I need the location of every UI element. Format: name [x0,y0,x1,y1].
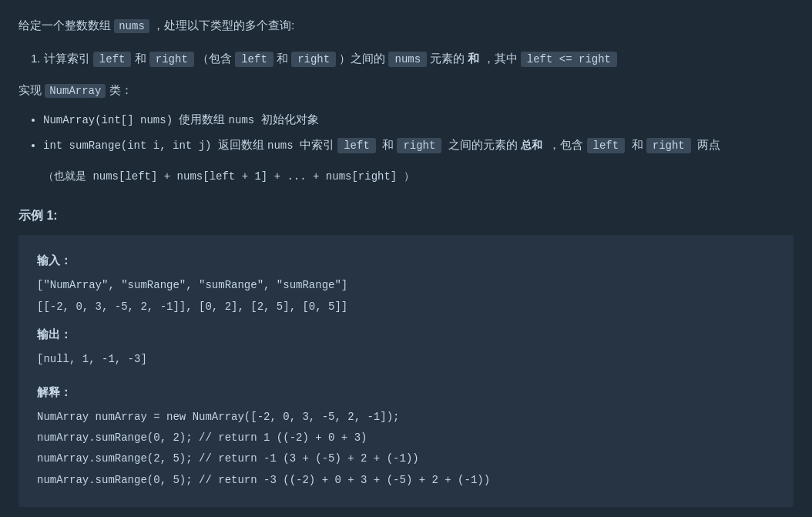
indent-formula-text: （也就是 nums[left] + nums[left + 1] + ... +… [43,170,414,183]
bullet2-text: 返回数组 [218,138,267,151]
query-right-code: right [149,52,194,67]
input-line-2: [[-2, 0, 3, -5, 2, -1]], [0, 2], [2, 5],… [37,297,775,317]
query-condition-code: left <= right [521,52,617,67]
implement-prefix: 实现 [18,83,42,96]
implement-class-code: NumArray [45,84,106,98]
query-right2-code: right [291,52,336,67]
example-section-title: 示例 1: [18,205,794,226]
bullet2-suffix: 之间的元素的 [448,138,521,151]
output-label: 输出： [37,324,775,344]
page-container: 给定一个整数数组 nums ，处理以下类型的多个查询: 1. 计算索引 left… [18,15,794,507]
implement-paragraph: 实现 NumArray 类： [18,80,794,101]
bullet2-comma: ，包含 [549,138,586,151]
intro-paragraph: 给定一个整数数组 nums ，处理以下类型的多个查询: [18,15,794,36]
bullet2-nums-inline: nums [267,139,294,152]
query-paren-close: ）之间的 [339,52,388,65]
output-line: [null, 1, -1, -3] [37,350,775,369]
bullet-item-constructor: NumArray(int[] nums) 使用数组 nums 初始化对象 [43,109,794,130]
query-item-1: 1. 计算索引 left 和 right （包含 left 和 right ）之… [31,49,794,69]
implement-suffix: 类： [109,83,133,96]
method-list: NumArray(int[] nums) 使用数组 nums 初始化对象 int… [43,109,794,156]
bullet2-code: int sumRange(int i, int j) [43,139,211,152]
bullet2-bold-sum: 总和 [521,139,542,151]
query-paren-open: （包含 [197,52,235,65]
bullet-item-sumrange: int sumRange(int i, int j) 返回数组 nums 中索引… [43,135,794,156]
intro-text: 给定一个整数数组 [18,18,111,32]
query-left2-code: left [235,52,273,67]
explain-line-3: numArray.sumRange(2, 5); // return -1 (3… [37,449,775,468]
example-title-text: 示例 1: [18,209,58,222]
bullet2-right2-code: right [646,138,691,153]
query-and2: 和 [277,52,291,65]
bullet1-text-before: 使用数组 [179,112,228,126]
bullet2-mid: 中索引 [300,138,337,151]
indent-formula: （也就是 nums[left] + nums[left + 1] + ... +… [43,168,794,186]
explain-line-2: numArray.sumRange(0, 2); // return 1 ((-… [37,428,775,448]
output-code: [null, 1, -1, -3] [37,350,775,369]
query-and1: 和 [135,52,146,65]
bullet1-nums-inline: nums [229,114,255,126]
explain-line-1: NumArray numArray = new NumArray([-2, 0,… [37,408,775,427]
bullet1-desc: 初始化对象 [261,112,319,126]
intro-rest-text: ，处理以下类型的多个查询: [153,18,294,32]
bullet2-and: 和 [382,138,397,151]
input-line-1: ["NumArray", "sumRange", "sumRange", "su… [37,276,775,295]
query-bold-sum: 和 [468,52,479,65]
explain-code: NumArray numArray = new NumArray([-2, 0,… [37,408,775,490]
intro-code-nums: nums [114,19,149,33]
explain-line-4: numArray.sumRange(0, 5); // return -3 ((… [37,471,775,490]
input-code: ["NumArray", "sumRange", "sumRange", "su… [37,276,775,316]
bullet2-left2-code: left [587,138,626,153]
bullet2-left-code: left [337,138,376,153]
bullet2-right-code: right [397,138,441,153]
query-prefix: 1. 计算索引 [31,52,90,65]
query-condition: ，其中 [483,52,521,65]
bullet1-code: NumArray(int[] nums) [43,114,173,126]
query-nums-code: nums [388,52,427,67]
query-suffix: 元素的 [430,52,468,65]
explain-label: 解释： [37,382,775,402]
query-left-code: left [93,52,132,67]
input-label: 输入： [37,250,775,270]
example-box-1: 输入： ["NumArray", "sumRange", "sumRange",… [18,235,794,507]
bullet2-end: 两点 [697,138,720,151]
bullet2-and2: 和 [632,138,646,151]
